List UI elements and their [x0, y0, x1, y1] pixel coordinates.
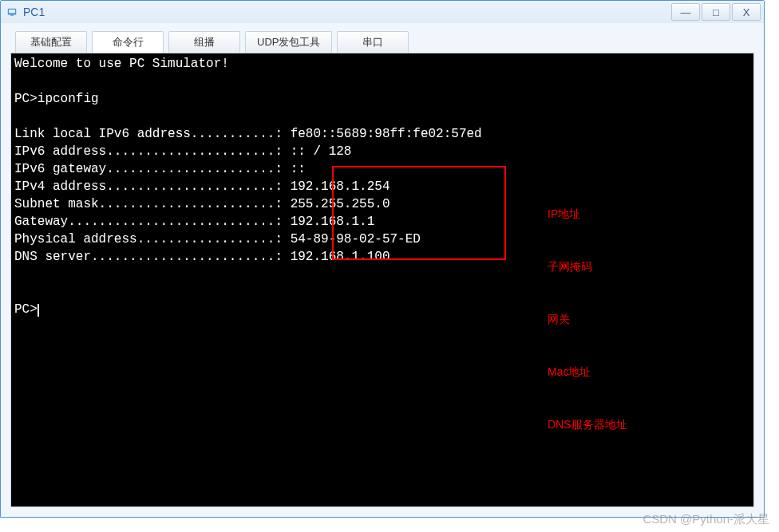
window-title: PC1: [23, 6, 45, 18]
cfg-label: Subnet mask.......................:: [14, 197, 291, 211]
tab-udp-tool[interactable]: UDP发包工具: [245, 31, 332, 53]
annotations: IP地址 子网掩码 网关 Mac地址 DNS服务器地址: [548, 170, 627, 468]
terminal-panel: Welcome to use PC Simulator! PC>ipconfig…: [10, 53, 754, 507]
cfg-line: Gateway...........................: 192.…: [14, 215, 374, 229]
client-area: 基础配置 命令行 组播 UDP发包工具 串口 Welcome to use PC…: [1, 23, 764, 517]
cfg-line: IPv6 gateway......................: ::: [14, 162, 306, 176]
cfg-line: Link local IPv6 address...........: fe80…: [14, 127, 482, 141]
cfg-label: IPv6 address......................:: [14, 144, 291, 159]
cfg-value: 255.255.255.0: [291, 197, 390, 211]
cfg-label: IPv6 gateway......................:: [14, 162, 291, 176]
terminal-prompt: PC>: [14, 302, 38, 317]
cfg-line: Subnet mask.......................: 255.…: [14, 197, 390, 211]
tab-command-line[interactable]: 命令行: [92, 31, 164, 53]
cfg-line: IPv6 address......................: :: /…: [14, 144, 351, 159]
cfg-value: :: / 128: [291, 144, 352, 159]
tab-serial[interactable]: 串口: [337, 31, 409, 53]
terminal[interactable]: Welcome to use PC Simulator! PC>ipconfig…: [13, 55, 752, 505]
cfg-label: IPv4 address......................:: [14, 179, 291, 194]
cfg-value: ::: [291, 162, 306, 176]
cfg-value: 192.168.1.100: [291, 250, 390, 264]
tab-bar: 基础配置 命令行 组播 UDP发包工具 串口: [10, 31, 754, 53]
cfg-line: DNS server........................: 192.…: [14, 250, 390, 264]
cfg-value: 192.168.1.254: [291, 179, 390, 194]
cfg-value: 192.168.1.1: [291, 215, 375, 229]
cfg-value: 54-89-98-02-57-ED: [291, 232, 421, 246]
maximize-button[interactable]: □: [702, 3, 730, 21]
app-window: PC1 — □ X 基础配置 命令行 组播 UDP发包工具 串口 Welcome…: [0, 0, 765, 518]
annotation-dns: DNS服务器地址: [548, 416, 627, 433]
titlebar[interactable]: PC1 — □ X: [1, 1, 764, 23]
minimize-button[interactable]: —: [671, 3, 700, 21]
tab-multicast[interactable]: 组播: [168, 31, 240, 53]
svg-rect-1: [9, 10, 15, 13]
cfg-label: Gateway...........................:: [14, 215, 291, 229]
cfg-line: Physical address..................: 54-8…: [14, 232, 421, 246]
annotation-ip: IP地址: [548, 205, 627, 223]
close-button[interactable]: X: [732, 3, 761, 21]
terminal-welcome: Welcome to use PC Simulator!: [14, 57, 229, 71]
cfg-value: fe80::5689:98ff:fe02:57ed: [291, 127, 482, 141]
app-icon: [6, 6, 18, 18]
annotation-gateway: 网关: [548, 310, 627, 328]
annotation-subnet: 子网掩码: [548, 258, 627, 275]
terminal-prompt-cmd: PC>ipconfig: [14, 92, 99, 106]
cfg-label: Link local IPv6 address...........:: [14, 127, 291, 141]
cfg-label: Physical address..................:: [14, 232, 291, 246]
svg-rect-2: [10, 15, 14, 16]
tab-basic-config[interactable]: 基础配置: [15, 31, 87, 53]
cfg-line: IPv4 address......................: 192.…: [14, 179, 390, 194]
cursor-icon: [38, 304, 39, 317]
cfg-label: DNS server........................:: [14, 250, 291, 264]
annotation-mac: Mac地址: [548, 363, 627, 380]
